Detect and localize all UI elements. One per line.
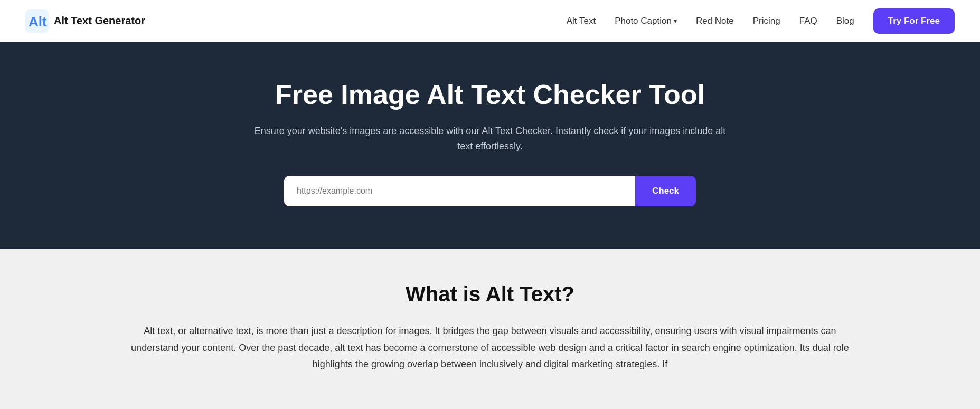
nav-item-photo-caption[interactable]: Photo Caption ▾ xyxy=(615,16,677,26)
svg-text:Alt: Alt xyxy=(29,14,47,30)
url-input[interactable] xyxy=(284,176,635,206)
nav-item-alt-text[interactable]: Alt Text xyxy=(567,16,596,26)
nav-item-blog[interactable]: Blog xyxy=(836,16,854,26)
nav-item-red-note[interactable]: Red Note xyxy=(696,16,734,26)
navbar: Alt Alt Text Generator Alt Text Photo Ca… xyxy=(0,0,980,42)
section-body: Alt text, or alternative text, is more t… xyxy=(120,323,860,373)
nav-menu: Alt Text Photo Caption ▾ Red Note Pricin… xyxy=(567,8,955,34)
content-section: What is Alt Text? Alt text, or alternati… xyxy=(0,249,980,394)
hero-section: Free Image Alt Text Checker Tool Ensure … xyxy=(0,42,980,249)
hero-subtitle: Ensure your website's images are accessi… xyxy=(252,123,728,154)
search-bar: Check xyxy=(284,176,696,206)
brand: Alt Alt Text Generator xyxy=(25,9,145,33)
nav-cta[interactable]: Try For Free xyxy=(873,8,955,34)
check-button[interactable]: Check xyxy=(635,176,696,206)
chevron-down-icon: ▾ xyxy=(674,17,677,25)
try-free-button[interactable]: Try For Free xyxy=(873,8,955,34)
brand-name: Alt Text Generator xyxy=(54,15,145,27)
logo-icon: Alt xyxy=(25,9,49,33)
nav-item-pricing[interactable]: Pricing xyxy=(753,16,780,26)
section-title: What is Alt Text? xyxy=(84,282,896,306)
nav-item-faq[interactable]: FAQ xyxy=(799,16,817,26)
hero-title: Free Image Alt Text Checker Tool xyxy=(25,79,955,111)
